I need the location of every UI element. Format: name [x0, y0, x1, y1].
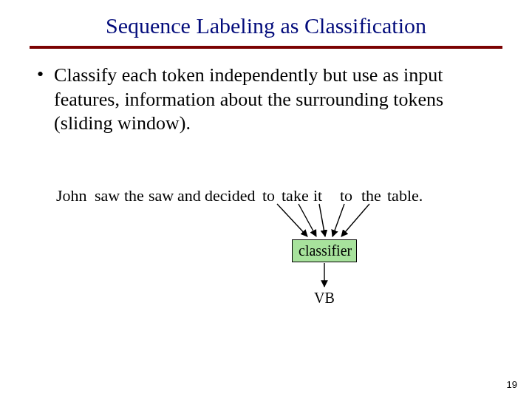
title-underline: [30, 46, 502, 49]
diagram: Johnsawthesawanddecidedtotakeittothetabl…: [0, 186, 532, 334]
token: decided: [205, 186, 255, 205]
token: to: [262, 186, 275, 205]
token: and: [177, 186, 201, 205]
token: it: [313, 186, 322, 205]
classifier-box: classifier: [292, 239, 357, 262]
arrows-layer: [0, 186, 532, 334]
svg-line-0: [277, 204, 307, 236]
bullet-marker: •: [37, 65, 44, 84]
token: the: [124, 186, 144, 205]
slide-title: Sequence Labeling as Classification: [30, 13, 502, 38]
token: saw: [149, 186, 174, 205]
bullet-item: • Classify each token independently but …: [30, 64, 502, 136]
token: the: [361, 186, 381, 205]
svg-line-2: [319, 204, 325, 236]
classifier-label: classifier: [299, 242, 352, 259]
output-tag: VB: [314, 290, 335, 307]
token: saw: [95, 186, 120, 205]
svg-line-3: [332, 204, 344, 236]
token: John: [56, 186, 87, 205]
token: to: [340, 186, 352, 205]
token: take: [282, 186, 309, 205]
page-number: 19: [507, 379, 517, 390]
svg-line-1: [299, 204, 316, 236]
token: table.: [387, 186, 423, 205]
svg-line-4: [341, 204, 369, 236]
bullet-text: Classify each token independently but us…: [54, 64, 468, 136]
